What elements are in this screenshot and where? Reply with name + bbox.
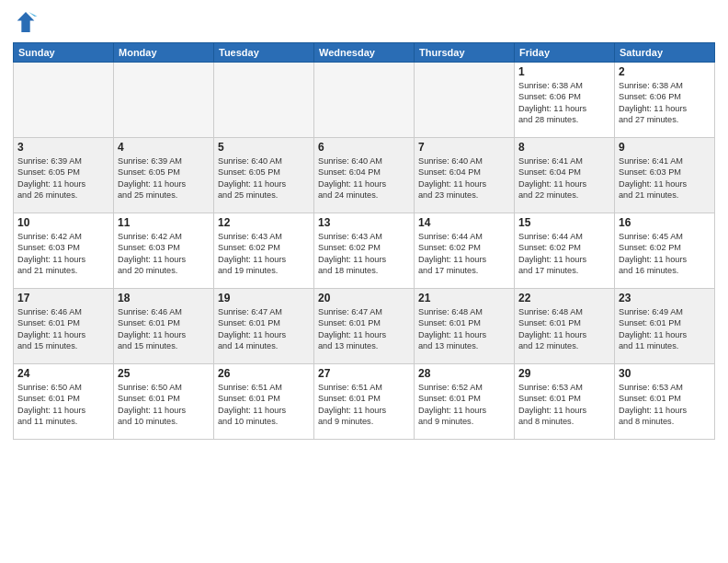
svg-marker-0 <box>17 12 35 32</box>
calendar-cell: 18Sunrise: 6:46 AM Sunset: 6:01 PM Dayli… <box>114 289 214 364</box>
day-number: 30 <box>619 367 711 380</box>
calendar-week-3: 10Sunrise: 6:42 AM Sunset: 6:03 PM Dayli… <box>14 213 715 289</box>
day-info: Sunrise: 6:42 AM Sunset: 6:03 PM Dayligh… <box>17 231 109 277</box>
day-info: Sunrise: 6:50 AM Sunset: 6:01 PM Dayligh… <box>118 382 210 428</box>
day-info: Sunrise: 6:39 AM Sunset: 6:05 PM Dayligh… <box>118 155 210 201</box>
calendar-cell <box>14 63 114 138</box>
calendar-cell: 17Sunrise: 6:46 AM Sunset: 6:01 PM Dayli… <box>14 289 114 364</box>
day-number: 24 <box>17 367 109 380</box>
day-info: Sunrise: 6:40 AM Sunset: 6:04 PM Dayligh… <box>318 155 410 201</box>
calendar-header-tuesday: Tuesday <box>214 43 314 63</box>
calendar-cell: 15Sunrise: 6:44 AM Sunset: 6:02 PM Dayli… <box>515 213 615 289</box>
calendar-cell <box>314 63 415 138</box>
calendar-cell: 25Sunrise: 6:50 AM Sunset: 6:01 PM Dayli… <box>114 364 214 440</box>
calendar-cell: 30Sunrise: 6:53 AM Sunset: 6:01 PM Dayli… <box>615 364 715 440</box>
day-info: Sunrise: 6:51 AM Sunset: 6:01 PM Dayligh… <box>218 382 310 428</box>
day-info: Sunrise: 6:48 AM Sunset: 6:01 PM Dayligh… <box>418 306 510 352</box>
day-info: Sunrise: 6:48 AM Sunset: 6:01 PM Dayligh… <box>518 306 610 352</box>
day-number: 29 <box>518 367 610 380</box>
calendar-week-2: 3Sunrise: 6:39 AM Sunset: 6:05 PM Daylig… <box>14 138 715 213</box>
day-info: Sunrise: 6:43 AM Sunset: 6:02 PM Dayligh… <box>318 231 410 277</box>
calendar-cell: 7Sunrise: 6:40 AM Sunset: 6:04 PM Daylig… <box>415 138 515 213</box>
day-info: Sunrise: 6:52 AM Sunset: 6:01 PM Dayligh… <box>418 382 510 428</box>
day-number: 6 <box>318 141 410 154</box>
day-number: 12 <box>218 216 310 229</box>
calendar-cell: 3Sunrise: 6:39 AM Sunset: 6:05 PM Daylig… <box>14 138 114 213</box>
header <box>13 9 715 35</box>
day-info: Sunrise: 6:44 AM Sunset: 6:02 PM Dayligh… <box>418 231 510 277</box>
calendar-cell: 1Sunrise: 6:38 AM Sunset: 6:06 PM Daylig… <box>515 63 615 138</box>
calendar-header-monday: Monday <box>114 43 214 63</box>
day-info: Sunrise: 6:53 AM Sunset: 6:01 PM Dayligh… <box>518 382 610 428</box>
calendar-header-thursday: Thursday <box>415 43 515 63</box>
day-number: 13 <box>318 216 410 229</box>
calendar-cell: 24Sunrise: 6:50 AM Sunset: 6:01 PM Dayli… <box>14 364 114 440</box>
day-info: Sunrise: 6:45 AM Sunset: 6:02 PM Dayligh… <box>619 231 711 277</box>
day-number: 14 <box>418 216 510 229</box>
calendar-cell: 26Sunrise: 6:51 AM Sunset: 6:01 PM Dayli… <box>214 364 314 440</box>
calendar-cell: 12Sunrise: 6:43 AM Sunset: 6:02 PM Dayli… <box>214 213 314 289</box>
day-number: 25 <box>118 367 210 380</box>
day-info: Sunrise: 6:40 AM Sunset: 6:04 PM Dayligh… <box>418 155 510 201</box>
day-number: 20 <box>318 292 410 304</box>
calendar-cell: 11Sunrise: 6:42 AM Sunset: 6:03 PM Dayli… <box>114 213 214 289</box>
day-number: 8 <box>518 141 610 154</box>
calendar-header-row: SundayMondayTuesdayWednesdayThursdayFrid… <box>14 43 715 63</box>
calendar-cell: 23Sunrise: 6:49 AM Sunset: 6:01 PM Dayli… <box>615 289 715 364</box>
day-number: 22 <box>518 292 610 304</box>
day-info: Sunrise: 6:53 AM Sunset: 6:01 PM Dayligh… <box>619 382 711 428</box>
day-info: Sunrise: 6:49 AM Sunset: 6:01 PM Dayligh… <box>619 306 711 352</box>
calendar-cell: 10Sunrise: 6:42 AM Sunset: 6:03 PM Dayli… <box>14 213 114 289</box>
logo <box>13 9 42 35</box>
day-number: 9 <box>619 141 711 154</box>
day-number: 17 <box>17 292 109 304</box>
day-info: Sunrise: 6:47 AM Sunset: 6:01 PM Dayligh… <box>318 306 410 352</box>
day-info: Sunrise: 6:41 AM Sunset: 6:03 PM Dayligh… <box>619 155 711 201</box>
calendar-cell: 16Sunrise: 6:45 AM Sunset: 6:02 PM Dayli… <box>615 213 715 289</box>
page: SundayMondayTuesdayWednesdayThursdayFrid… <box>0 0 728 563</box>
day-number: 3 <box>17 141 109 154</box>
calendar-week-4: 17Sunrise: 6:46 AM Sunset: 6:01 PM Dayli… <box>14 289 715 364</box>
calendar-cell <box>415 63 515 138</box>
calendar-cell: 27Sunrise: 6:51 AM Sunset: 6:01 PM Dayli… <box>314 364 415 440</box>
calendar-cell: 6Sunrise: 6:40 AM Sunset: 6:04 PM Daylig… <box>314 138 415 213</box>
calendar-cell: 4Sunrise: 6:39 AM Sunset: 6:05 PM Daylig… <box>114 138 214 213</box>
calendar-cell: 29Sunrise: 6:53 AM Sunset: 6:01 PM Dayli… <box>515 364 615 440</box>
day-number: 4 <box>118 141 210 154</box>
calendar-cell: 20Sunrise: 6:47 AM Sunset: 6:01 PM Dayli… <box>314 289 415 364</box>
calendar-cell: 9Sunrise: 6:41 AM Sunset: 6:03 PM Daylig… <box>615 138 715 213</box>
day-info: Sunrise: 6:38 AM Sunset: 6:06 PM Dayligh… <box>518 80 610 126</box>
day-info: Sunrise: 6:47 AM Sunset: 6:01 PM Dayligh… <box>218 306 310 352</box>
calendar-cell: 19Sunrise: 6:47 AM Sunset: 6:01 PM Dayli… <box>214 289 314 364</box>
calendar-header-saturday: Saturday <box>615 43 715 63</box>
day-number: 1 <box>518 65 610 78</box>
calendar-cell: 22Sunrise: 6:48 AM Sunset: 6:01 PM Dayli… <box>515 289 615 364</box>
day-info: Sunrise: 6:41 AM Sunset: 6:04 PM Dayligh… <box>518 155 610 201</box>
logo-icon <box>13 9 39 35</box>
day-number: 16 <box>619 216 711 229</box>
day-info: Sunrise: 6:50 AM Sunset: 6:01 PM Dayligh… <box>17 382 109 428</box>
day-info: Sunrise: 6:42 AM Sunset: 6:03 PM Dayligh… <box>118 231 210 277</box>
day-info: Sunrise: 6:43 AM Sunset: 6:02 PM Dayligh… <box>218 231 310 277</box>
day-number: 7 <box>418 141 510 154</box>
calendar-cell: 14Sunrise: 6:44 AM Sunset: 6:02 PM Dayli… <box>415 213 515 289</box>
day-number: 21 <box>418 292 510 304</box>
calendar-cell: 8Sunrise: 6:41 AM Sunset: 6:04 PM Daylig… <box>515 138 615 213</box>
calendar-header-wednesday: Wednesday <box>314 43 415 63</box>
day-number: 5 <box>218 141 310 154</box>
calendar-cell: 5Sunrise: 6:40 AM Sunset: 6:05 PM Daylig… <box>214 138 314 213</box>
day-info: Sunrise: 6:46 AM Sunset: 6:01 PM Dayligh… <box>118 306 210 352</box>
day-number: 2 <box>619 65 711 78</box>
day-info: Sunrise: 6:39 AM Sunset: 6:05 PM Dayligh… <box>17 155 109 201</box>
day-info: Sunrise: 6:51 AM Sunset: 6:01 PM Dayligh… <box>318 382 410 428</box>
day-number: 19 <box>218 292 310 304</box>
calendar-cell <box>214 63 314 138</box>
calendar-table: SundayMondayTuesdayWednesdayThursdayFrid… <box>13 42 715 440</box>
calendar-header-sunday: Sunday <box>14 43 114 63</box>
day-number: 10 <box>17 216 109 229</box>
day-info: Sunrise: 6:46 AM Sunset: 6:01 PM Dayligh… <box>17 306 109 352</box>
calendar-week-1: 1Sunrise: 6:38 AM Sunset: 6:06 PM Daylig… <box>14 63 715 138</box>
calendar-cell: 28Sunrise: 6:52 AM Sunset: 6:01 PM Dayli… <box>415 364 515 440</box>
day-info: Sunrise: 6:38 AM Sunset: 6:06 PM Dayligh… <box>619 80 711 126</box>
calendar-cell: 2Sunrise: 6:38 AM Sunset: 6:06 PM Daylig… <box>615 63 715 138</box>
